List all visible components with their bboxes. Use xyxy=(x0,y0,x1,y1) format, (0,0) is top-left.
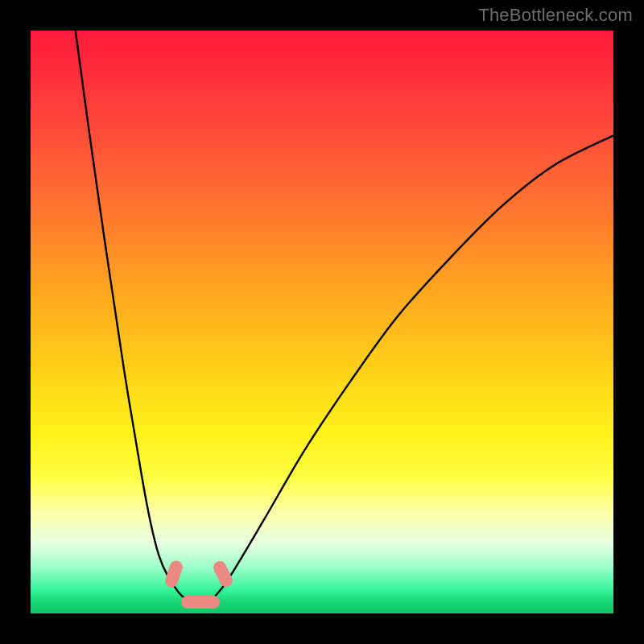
marker-bottom-bar xyxy=(181,596,220,609)
curve-path xyxy=(76,31,613,602)
chart-frame: TheBottleneck.com xyxy=(0,0,644,644)
plot-area xyxy=(31,31,613,613)
bottleneck-curve xyxy=(31,31,613,613)
watermark-text: TheBottleneck.com xyxy=(478,5,633,26)
